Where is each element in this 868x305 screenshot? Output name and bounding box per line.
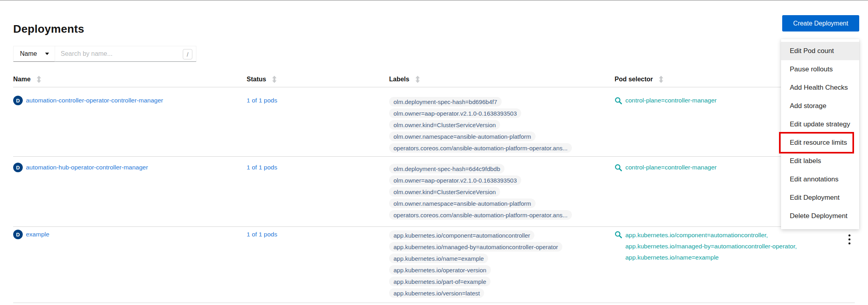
- caret-down-icon: [45, 53, 49, 55]
- menu-item-delete-deployment[interactable]: Delete Deployment: [781, 207, 859, 225]
- filter-toolbar: Name /: [13, 46, 196, 62]
- pod-selector-link[interactable]: app.kubernetes.io/component=automationco…: [625, 230, 797, 241]
- label-pill: olm.deployment-spec-hash=6d4c9fdbdb: [389, 164, 504, 173]
- column-header-label: Pod selector: [615, 76, 653, 83]
- pods-status-link[interactable]: 1 of 1 pods: [247, 97, 277, 104]
- name-cell: Dexample: [13, 226, 49, 239]
- pods-status-link[interactable]: 1 of 1 pods: [247, 164, 277, 171]
- column-header-label: Name: [13, 76, 31, 83]
- deployments-page: Deployments Name / Create Deployment Nam…: [0, 0, 868, 305]
- labels-cell: app.kubernetes.io/component=automationco…: [389, 226, 562, 298]
- sort-both-icon[interactable]: [272, 76, 277, 83]
- menu-item-edit-deployment[interactable]: Edit Deployment: [781, 189, 859, 207]
- labels-cell: olm.deployment-spec-hash=bd696b4f7olm.ow…: [389, 87, 572, 153]
- label-pill: operators.coreos.com/ansible-automation-…: [389, 210, 572, 220]
- pod-selector-cell: app.kubernetes.io/component=automationco…: [615, 226, 854, 263]
- magnifier-icon: [615, 97, 622, 106]
- search-shortcut-badge: /: [183, 49, 192, 59]
- page-title: Deployments: [13, 23, 84, 35]
- menu-item-add-storage[interactable]: Add storage: [781, 97, 859, 115]
- label-pill: olm.owner.kind=ClusterServiceVersion: [389, 187, 500, 197]
- create-deployment-button[interactable]: Create Deployment: [782, 15, 859, 31]
- menu-item-pause-rollouts[interactable]: Pause rollouts: [781, 60, 859, 79]
- column-header-label: Labels: [389, 76, 409, 83]
- pod-selector-link[interactable]: app.kubernetes.io/managed-by=automationc…: [625, 241, 797, 252]
- status-cell: 1 of 1 pods: [247, 156, 277, 172]
- label-pill: app.kubernetes.io/name=example: [389, 254, 488, 263]
- magnifier-icon: [615, 164, 622, 173]
- table-row: Dexample1 of 1 podsapp.kubernetes.io/com…: [13, 226, 855, 303]
- name-cell: Dautomation-hub-operator-controller-mana…: [13, 156, 148, 172]
- menu-item-edit-update-strategy[interactable]: Edit update strategy: [781, 115, 859, 134]
- status-cell: 1 of 1 pods: [247, 226, 277, 239]
- label-pill: olm.owner=aap-operator.v2.1.0-0.16383935…: [389, 108, 521, 118]
- menu-item-edit-pod-count[interactable]: Edit Pod count: [781, 42, 859, 60]
- pod-selector-link[interactable]: control-plane=controller-manager: [625, 163, 717, 172]
- table-row: Dautomation-hub-operator-controller-mana…: [13, 156, 855, 227]
- label-pill: app.kubernetes.io/component=automationco…: [389, 230, 534, 240]
- deployment-link[interactable]: automation-controller-operator-controlle…: [26, 96, 163, 105]
- label-pill: olm.owner.kind=ClusterServiceVersion: [389, 120, 500, 130]
- pod-selector-link[interactable]: app.kubernetes.io/name=example: [625, 252, 797, 263]
- label-pill: olm.owner.namespace=ansible-automation-p…: [389, 199, 536, 208]
- menu-item-edit-labels[interactable]: Edit labels: [781, 152, 859, 170]
- label-pill: app.kubernetes.io/operator-version: [389, 265, 491, 275]
- menu-item-edit-resource-limits[interactable]: Edit resource limits: [781, 134, 859, 152]
- deployment-link[interactable]: example: [26, 230, 49, 239]
- menu-item-add-health-checks[interactable]: Add Health Checks: [781, 79, 859, 97]
- search-field-wrap: /: [55, 46, 196, 62]
- sort-both-icon[interactable]: [658, 76, 664, 83]
- label-pill: olm.deployment-spec-hash=bd696b4f7: [389, 97, 502, 106]
- deployment-link[interactable]: automation-hub-operator-controller-manag…: [26, 163, 148, 172]
- label-pill: olm.owner=aap-operator.v2.1.0-0.16383935…: [389, 175, 521, 185]
- deployment-actions-menu: Edit Pod countPause rolloutsAdd Health C…: [781, 39, 859, 229]
- label-pill: olm.owner.namespace=ansible-automation-p…: [389, 132, 536, 141]
- label-pill: app.kubernetes.io/version=latest: [389, 288, 484, 298]
- kebab-icon[interactable]: [847, 233, 852, 246]
- status-cell: 1 of 1 pods: [247, 87, 277, 105]
- sort-both-icon[interactable]: [36, 76, 42, 83]
- column-header-label: Status: [247, 76, 266, 83]
- deployment-badge: D: [13, 96, 23, 105]
- magnifier-icon: [615, 231, 622, 263]
- menu-item-edit-annotations[interactable]: Edit annotations: [781, 170, 859, 189]
- column-header-labels[interactable]: Labels: [389, 76, 420, 83]
- search-input[interactable]: [55, 46, 196, 62]
- sort-both-icon[interactable]: [415, 76, 420, 83]
- label-pill: app.kubernetes.io/managed-by=automationc…: [389, 242, 562, 252]
- filter-type-dropdown[interactable]: Name: [13, 46, 55, 62]
- table-row: Dautomation-controller-operator-controll…: [13, 87, 855, 157]
- pod-selector-link[interactable]: control-plane=controller-manager: [625, 96, 717, 105]
- column-header-status[interactable]: Status: [247, 76, 277, 83]
- label-pill: app.kubernetes.io/part-of=example: [389, 277, 490, 286]
- deployment-badge: D: [13, 163, 23, 172]
- column-header-pod-selector[interactable]: Pod selector: [615, 76, 664, 83]
- deployment-badge: D: [13, 230, 23, 239]
- top-divider: [0, 0, 868, 1]
- pods-status-link[interactable]: 1 of 1 pods: [247, 231, 277, 238]
- labels-cell: olm.deployment-spec-hash=6d4c9fdbdbolm.o…: [389, 156, 572, 220]
- label-pill: operators.coreos.com/ansible-automation-…: [389, 143, 572, 153]
- name-cell: Dautomation-controller-operator-controll…: [13, 87, 163, 105]
- filter-type-label: Name: [20, 50, 37, 57]
- column-header-name[interactable]: Name: [13, 76, 42, 83]
- table-header: NameStatusLabelsPod selector: [13, 76, 855, 87]
